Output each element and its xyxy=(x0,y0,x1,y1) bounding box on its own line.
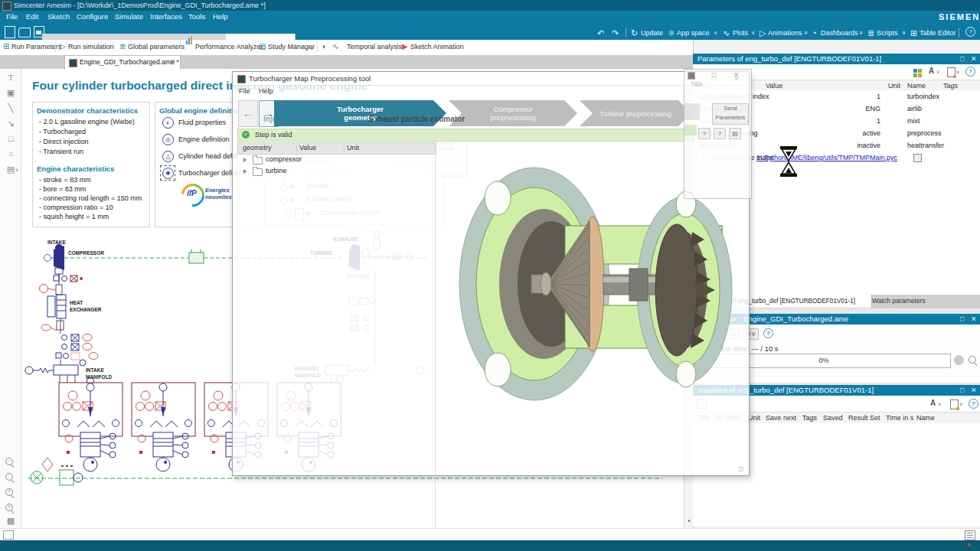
geometry-table-header: geometry Value Unit xyxy=(237,142,436,155)
tree-row-turbine[interactable]: turbine xyxy=(237,166,435,178)
dialog-menu-file[interactable]: File xyxy=(239,87,250,95)
run-help-icon[interactable]: ? xyxy=(763,328,773,338)
status-bar xyxy=(0,540,980,551)
ghost-maximize-icon[interactable]: □ xyxy=(712,71,716,79)
step-turbine-preprocessing[interactable]: Turbine preprocessing xyxy=(580,100,691,126)
compressor-component[interactable] xyxy=(54,244,64,274)
hourglass-cursor-icon xyxy=(778,145,799,178)
parameters-panel-title: Parameters of eng_turbo_def [ENGTURBODEF… xyxy=(697,54,881,63)
map-button-icon[interactable] xyxy=(913,154,922,162)
scripts-chevron-icon[interactable]: ∨ xyxy=(902,28,906,38)
scripts-icon[interactable]: ≣ xyxy=(867,28,874,38)
tree-row-compressor[interactable]: compressor xyxy=(237,155,435,166)
scripts-button[interactable]: Scripts xyxy=(877,28,898,38)
col-unit[interactable]: Unit xyxy=(748,412,760,423)
font-options-icon[interactable]: A xyxy=(929,67,934,75)
layout-grid-icon[interactable] xyxy=(913,69,917,73)
folder-icon xyxy=(253,168,263,176)
col-value[interactable]: Value xyxy=(766,80,782,91)
step-valid-banner: ✓ Step is valid xyxy=(237,129,694,142)
pane-splitter[interactable] xyxy=(435,142,436,540)
animations-icon[interactable]: ▷ xyxy=(760,28,766,38)
intake-manifold-label-1: INTAKE xyxy=(86,367,104,373)
panel-help-icon[interactable]: ? xyxy=(969,399,978,409)
status-strip xyxy=(0,528,980,541)
parameters-panel-titlebar: Parameters of eng_turbo_def [ENGTURBODEF… xyxy=(693,54,980,64)
wizard-back-button[interactable]: ← xyxy=(238,100,258,127)
ghost-help-b-button[interactable]: ? xyxy=(714,128,726,139)
export-script-icon[interactable] xyxy=(950,399,959,409)
dashboards-icon[interactable]: ◔ xyxy=(812,28,817,38)
dashboards-button[interactable]: Dashboards xyxy=(821,28,858,38)
float-panel-icon[interactable]: □ xyxy=(960,54,964,64)
col-unit[interactable]: Unit xyxy=(888,80,900,91)
ghost-send-parameters-window: □ ✕ Title Send Parameters ? ? ▤ xyxy=(684,69,752,199)
intake-label: INTAKE xyxy=(47,240,66,245)
status-dot xyxy=(968,543,971,546)
siemens-logo: SIEMENS xyxy=(939,12,980,21)
task-list-icon[interactable] xyxy=(965,530,975,540)
help-icon[interactable]: ? xyxy=(965,27,975,37)
col-time[interactable]: Time in s xyxy=(886,412,913,423)
resize-grip[interactable]: ◫ xyxy=(738,465,744,472)
col-saved[interactable]: Saved xyxy=(823,412,843,423)
plots-button[interactable]: Plots xyxy=(733,28,748,38)
dialog-titlebar[interactable]: Turbocharger Map Preprocessing tool ⌃ □ … xyxy=(233,72,749,86)
intake-manifold-component[interactable] xyxy=(25,360,86,383)
dashboards-chevron-icon[interactable]: ∨ xyxy=(859,28,863,38)
ghost-help-a-button[interactable]: ? xyxy=(698,128,710,139)
window-layout-icon[interactable] xyxy=(3,530,14,540)
float-panel-icon[interactable]: □ xyxy=(960,314,964,324)
compressor-label: COMPRESSOR xyxy=(68,250,104,256)
ghost-step-exhaust-particle: Exhaust particle estimator xyxy=(369,115,465,123)
col-tags[interactable]: Tags xyxy=(943,80,958,91)
check-icon: ✓ xyxy=(242,131,250,139)
expand-caret-icon[interactable] xyxy=(243,158,247,162)
dialog-title: Turbocharger Map Preprocessing tool xyxy=(249,74,371,83)
plots-chevron-icon[interactable]: ∨ xyxy=(751,28,755,38)
heat-exchanger-component[interactable] xyxy=(47,295,66,318)
heat-exchanger-label-2: EXCHANGER xyxy=(70,307,102,312)
table-editor-button[interactable]: Table Editor xyxy=(920,28,956,38)
app-space-chevron-icon[interactable]: ∨ xyxy=(714,28,717,38)
status-circle-icon xyxy=(954,355,964,365)
panel-help-icon[interactable]: ? xyxy=(965,67,975,77)
step-compressor-preprocessing[interactable]: Compressor preprocessing xyxy=(449,100,577,126)
col-result-set[interactable]: Result Set xyxy=(848,412,880,423)
ghost-title-label: Title xyxy=(691,80,703,88)
plots-icon[interactable]: ∿ xyxy=(723,28,730,38)
progress-value: 0% xyxy=(818,357,828,364)
tab-watch-parameters[interactable]: Watch parameters xyxy=(872,295,926,308)
close-panel-icon[interactable]: ✕ xyxy=(971,54,977,64)
float-panel-icon[interactable]: □ xyxy=(960,385,964,396)
ghost-close-icon[interactable]: ✕ xyxy=(733,71,740,79)
table-editor-icon[interactable]: ⊞ xyxy=(910,28,917,38)
ghost-save-icon[interactable]: ▤ xyxy=(729,128,741,139)
expand-caret-icon[interactable] xyxy=(243,169,247,174)
close-panel-icon[interactable]: ✕ xyxy=(971,385,977,396)
animations-chevron-icon[interactable]: ∨ xyxy=(804,28,808,38)
col-tags[interactable]: Tags xyxy=(802,412,817,423)
folder-icon xyxy=(253,157,263,165)
close-panel-icon[interactable]: ✕ xyxy=(971,314,977,324)
ghost-send-parameters-button[interactable]: Send Parameters xyxy=(712,103,749,125)
intake-manifold-label-2: MANIFOLD xyxy=(86,374,113,380)
heat-exchanger-label-1: HEAT xyxy=(70,300,83,305)
animations-button[interactable]: Animations xyxy=(768,28,802,38)
dialog-menu-help[interactable]: Help xyxy=(259,87,273,95)
ghost-step-injection-definition: Injection definition xyxy=(263,115,332,123)
ghost-window-icon xyxy=(688,72,695,80)
col-save-next[interactable]: Save next xyxy=(766,412,796,423)
font-options-icon[interactable]: A xyxy=(930,399,936,407)
col-name[interactable]: Name xyxy=(907,80,926,91)
export-script-icon[interactable] xyxy=(947,67,956,77)
dialog-icon xyxy=(237,75,246,83)
inspect-run-icon[interactable] xyxy=(969,356,976,364)
col-name[interactable]: Name xyxy=(916,412,935,423)
inertia-component[interactable] xyxy=(189,249,204,263)
red-diamond-sensor[interactable] xyxy=(42,458,53,471)
